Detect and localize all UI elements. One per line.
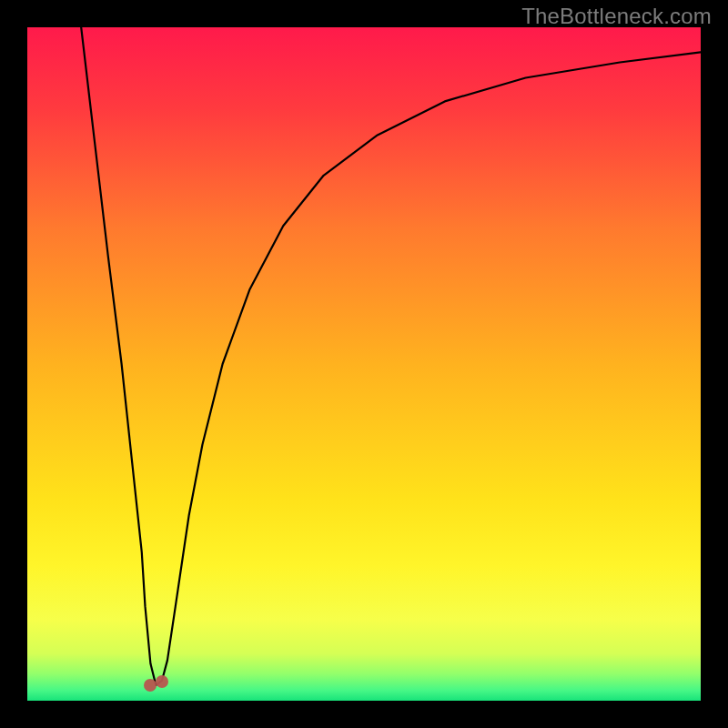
watermark-label: TheBottleneck.com: [521, 4, 712, 29]
bottleneck-curve: [27, 27, 701, 701]
chart-frame: TheBottleneck.com: [0, 0, 728, 728]
plot-area: [27, 27, 701, 701]
